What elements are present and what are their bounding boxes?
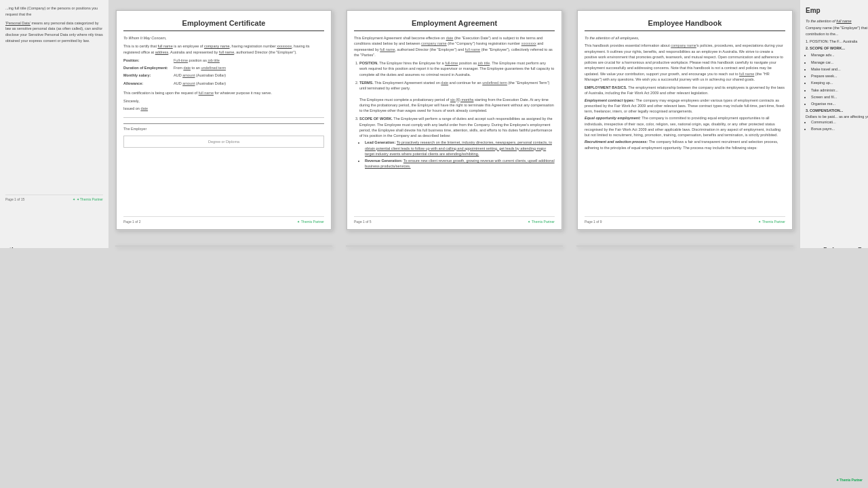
handbook-footer: Page 1 of 9 Themis Partner (585, 216, 785, 224)
section-employment-basics: EMPLOYMENT BASICS. The employment relati… (585, 85, 785, 96)
handbook-title: Employee Handbook (585, 19, 785, 31)
handbook-intro: This handbook provides essential informa… (585, 43, 785, 82)
pr-scope-list: Manage adv... Manage car... Make travel … (806, 52, 868, 106)
performance-content: Performance Evaluation The purpose of th… (800, 240, 868, 248)
pr-intro: Company name (the "Employer") that you w… (806, 25, 868, 37)
employee-handbook-card: Employee Handbook To the attention of al… (576, 9, 793, 230)
handbook-content: To the attention of all employees, This … (585, 35, 785, 214)
partial-card-top-left: ...ing full title (Company) or the perso… (0, 0, 108, 240)
equal-opportunity: Equal opportunity employment: The compan… (585, 115, 785, 138)
cert-intro: This is to certify that full name is an … (123, 43, 324, 55)
field-duration: Duration of Employment: From date to an … (123, 65, 324, 70)
pr-position: 1. POSITION: The F... Australia (806, 39, 868, 44)
termination-letter-card: Termination Letter To the attention of f… (576, 245, 793, 247)
cert-closing: This certification is being upon the req… (123, 90, 324, 96)
stamp-box: Degree or Diploma (123, 136, 324, 148)
employment-basics-section: EMPLOYMENT BASICS. The employment relati… (585, 85, 785, 150)
field-position: Position: Full-time position as job titl… (123, 58, 324, 63)
handbook-attention: To the attention of all employees, (585, 35, 785, 41)
pr-attention: To the attention of full name (806, 18, 868, 24)
employment-cert-title: Employment Certificate (123, 19, 324, 31)
partial-right-text: Emp To the attention of full name Compan… (800, 0, 868, 240)
handbook-page: Page 1 of 9 (585, 220, 602, 224)
employment-certificate-card: Employment Certificate To Whom It May Co… (115, 9, 332, 230)
agreement-content: This Employment Agreement shall become e… (354, 35, 555, 214)
logo-partial-left: ✦ Themis Partner (73, 197, 103, 203)
field-salary: Monthly salary: AUD amount (Australian D… (123, 73, 324, 78)
partial-card-top-right: Emp To the attention of full name Compan… (800, 0, 868, 240)
clause-terms: TERMS. This Employment Agreement started… (359, 80, 555, 114)
salutation: To Whom It May Concern, (123, 35, 324, 41)
contract-types: Employment contract types: The company m… (585, 98, 785, 115)
pr-comp: 3. COMPENSATION... (806, 108, 868, 113)
pbl-title: ation (5, 245, 103, 248)
field-allowance: Allowance: AUD amount (Australian Dollar… (123, 81, 324, 86)
cert-footer: Page 1 of 2 Themis Partner (123, 216, 324, 224)
agreement-page: Page 1 of 5 (354, 220, 372, 224)
agreement-title: Employment Agreement (354, 19, 555, 31)
performance-title: Performance Evaluation (806, 245, 868, 248)
agreement-clauses: POSITION. The Employer hires the Employe… (354, 60, 555, 169)
clause-position: POSITION. The Employer hires the Employe… (359, 60, 555, 77)
nda-card: Non-disclosure Agreement This Non-Disclo… (346, 245, 563, 247)
partial-card-bottom-left: ation ...ation of full name, ...is a for… (0, 240, 108, 248)
warning-letter-card: Warning Letter ation of full name, ...is… (115, 245, 332, 247)
cert-page: Page 1 of 2 (123, 220, 141, 224)
employment-agreement-card: Employment Agreement This Employment Agr… (346, 9, 563, 230)
partial-right-title: Emp (806, 5, 868, 16)
handbook-logo: Themis Partner (758, 220, 785, 224)
partial-left-text: ...ing full title (Company) or the perso… (0, 0, 108, 240)
agreement-logo: Themis Partner (528, 220, 555, 224)
pr-comp-list: Communicati... Bonus paym... (806, 119, 868, 132)
page-number-partial-left: Page 1 of 15 (5, 197, 24, 203)
cert-logo: Themis Partner (297, 220, 324, 224)
sincerely: Sincerely, (123, 98, 324, 104)
clause-scope: SCOPE OF WORK. The Employee will perform… (359, 116, 555, 169)
issued-on: Issued on date (123, 106, 324, 111)
performance-card: Performance Evaluation The purpose of th… (800, 240, 868, 248)
main-grid: ...ing full title (Company) or the perso… (0, 0, 868, 488)
agreement-footer: Page 1 of 5 Themis Partner (354, 216, 555, 224)
pr-scope: 2. SCOPE OF WORK... (806, 45, 868, 51)
pr-comp-text: Dollars to be paid... as are affecting y… (806, 114, 868, 119)
partial-bottom-left-text: ation ...ation of full name, ...is a for… (0, 240, 108, 248)
employment-cert-content: To Whom It May Concern, This is to certi… (123, 35, 324, 214)
recruitment-process: Recruitment and selection process: The c… (585, 139, 785, 150)
agreement-intro: This Employment Agreement shall become e… (354, 35, 555, 58)
signature-block: The Employer (123, 123, 324, 131)
